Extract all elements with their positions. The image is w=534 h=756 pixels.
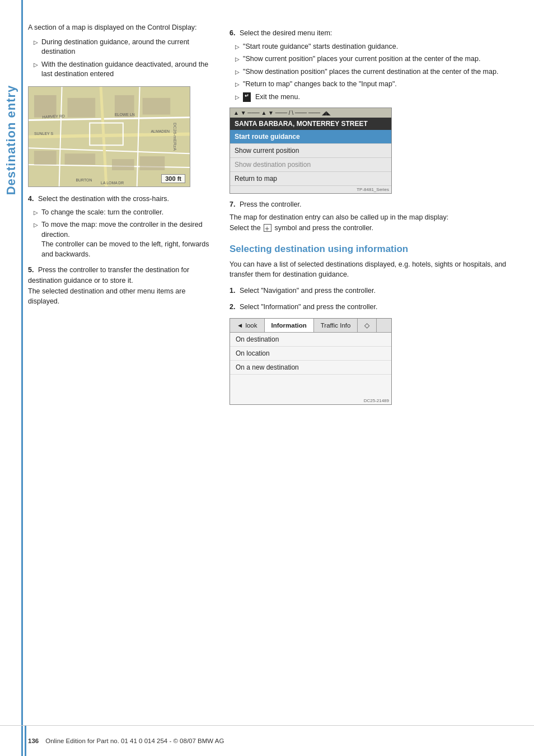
section-intro: You can have a list of selected destinat…	[229, 259, 517, 281]
svg-rect-16	[140, 156, 165, 170]
columns: A section of a map is displayed on the C…	[28, 22, 517, 410]
intro-bullets: During destination guidance, around the …	[34, 38, 213, 80]
tab-look-icon: ◄	[237, 322, 243, 329]
map-watermark: DC26-mERzA	[172, 123, 177, 151]
back-arrow-icon: ↵	[243, 92, 251, 102]
crosshair-icon	[264, 224, 271, 232]
svg-rect-14	[65, 153, 96, 165]
tab-information[interactable]: Information	[265, 319, 314, 332]
step1: 1. Select "Navigation" and press the con…	[229, 286, 517, 296]
bullet-item: "Start route guidance" starts destinatio…	[235, 42, 517, 52]
map-image: HARVEY RD ELOWE LN SUNLEY S ALMADEN BURT…	[28, 86, 190, 187]
info-screen: ◄ look Information Traffic Info ◇ On des…	[229, 318, 392, 405]
svg-rect-10	[68, 98, 96, 118]
nav-item-show-position[interactable]: Show current position	[230, 144, 391, 158]
svg-text:ALMADEN: ALMADEN	[151, 129, 170, 133]
section-heading: Selecting destination using information	[229, 244, 517, 255]
tab-look[interactable]: ◄ look	[230, 319, 265, 332]
nav-screen-topbar: ▲ ▼ ─── ▲ ▼ ─── / \ ─── ─── ◢◣	[230, 108, 391, 118]
footer-page: 136	[28, 738, 39, 744]
settings-icon: ◇	[364, 321, 369, 329]
step7: 7. Press the controller.	[229, 199, 517, 210]
tab-settings[interactable]: ◇	[358, 319, 377, 332]
bullet-item: With the destination guidance deactivate…	[34, 60, 213, 80]
tab-traffic-info[interactable]: Traffic Info	[314, 319, 358, 332]
bullet-item: To change the scale: turn the controller…	[34, 208, 213, 218]
svg-text:ELOWE LN: ELOWE LN	[115, 112, 135, 116]
bullet-item: ↵ Exit the menu.	[235, 92, 517, 102]
info-item-destination[interactable]: On destination	[230, 333, 391, 347]
svg-rect-13	[34, 151, 57, 165]
info-spacer	[230, 375, 391, 397]
step2: 2. Select "Information" and press the co…	[229, 302, 517, 312]
main-content: A section of a map is displayed on the C…	[28, 22, 517, 722]
svg-rect-12	[143, 98, 171, 115]
svg-text:SUNLEY S: SUNLEY S	[34, 132, 54, 136]
nav-item-show-destination[interactable]: Show destination position	[230, 158, 391, 172]
info-watermark: DC25-21489	[230, 397, 391, 404]
bullet-item: "Show destination position" places the c…	[235, 67, 517, 77]
info-item-location[interactable]: On location	[230, 347, 391, 361]
nav-screen: ▲ ▼ ─── ▲ ▼ ─── / \ ─── ─── ◢◣ SANTA BAR…	[229, 108, 392, 194]
svg-rect-15	[112, 159, 134, 170]
nav-watermark: TP-8481_Series	[230, 186, 391, 193]
info-item-new-destination[interactable]: On a new destination	[230, 361, 391, 375]
bullet-item: During destination guidance, around the …	[34, 38, 213, 57]
bullet-item: "Show current position" places your curr…	[235, 54, 517, 64]
step4-bullets: To change the scale: turn the controller…	[34, 208, 213, 260]
left-column: A section of a map is displayed on the C…	[28, 22, 213, 410]
step6: 6. Select the desired menu item:	[229, 28, 517, 39]
svg-text:LA LOMA DR: LA LOMA DR	[101, 181, 124, 185]
nav-item-start-route[interactable]: Start route guidance	[230, 130, 391, 144]
step6-bullets: "Start route guidance" starts destinatio…	[235, 42, 517, 102]
svg-text:BURTON: BURTON	[76, 178, 92, 182]
right-column: 6. Select the desired menu item: "Start …	[229, 22, 517, 410]
bullet-item: To move the map: move the controller in …	[34, 220, 213, 259]
footer-accent	[25, 726, 26, 756]
sidebar-label: Destination entry	[0, 78, 22, 202]
step7-desc: The map for destination entry can also b…	[229, 212, 517, 234]
footer-text: Online Edition for Part no. 01 41 0 014 …	[45, 738, 224, 744]
map-distance-label: 300 ft	[161, 174, 185, 183]
intro-text: A section of a map is displayed on the C…	[28, 22, 213, 33]
step4: 4. Select the destination with the cross…	[28, 194, 213, 204]
footer: 136 Online Edition for Part no. 01 41 0 …	[0, 725, 534, 756]
nav-address: SANTA BARBARA, MONTERREY STREET	[230, 118, 391, 130]
info-tabs: ◄ look Information Traffic Info ◇	[230, 319, 391, 333]
bullet-item: "Return to map" changes back to the "Inp…	[235, 80, 517, 90]
step5: 5. Press the controller to transfer the …	[28, 265, 213, 307]
nav-item-return-map[interactable]: Return to map	[230, 172, 391, 186]
